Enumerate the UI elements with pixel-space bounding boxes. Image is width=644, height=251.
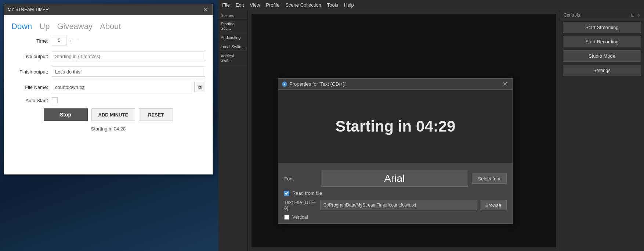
obs-menu-tools[interactable]: Tools — [327, 2, 338, 8]
file-name-input[interactable] — [52, 82, 192, 92]
finish-output-input[interactable] — [52, 67, 205, 77]
obs-window: File Edit View Profile Scene Collection … — [218, 0, 644, 251]
scene-item-2[interactable]: Local Switc... — [218, 42, 247, 51]
live-output-input[interactable] — [52, 51, 205, 61]
scene-item-0[interactable]: Starting Soc... — [218, 19, 247, 33]
stream-timer-close-button[interactable]: ✕ — [202, 7, 209, 12]
obs-menu-edit[interactable]: Edit — [236, 2, 244, 8]
obs-menu-help[interactable]: Help — [344, 2, 354, 8]
read-from-file-label: Read from file — [292, 190, 322, 196]
preview-canvas: Starting in 04:29 ● Properties for 'Text… — [252, 14, 556, 247]
stream-timer-content: Down Up Giveaway About Time: 5 + − Live … — [4, 15, 213, 174]
time-input-group: 5 + − — [52, 36, 80, 46]
obs-menu-view[interactable]: View — [250, 2, 260, 8]
scene-item-1[interactable]: Podcasting — [218, 33, 247, 42]
auto-start-row: Auto Start: — [11, 97, 205, 103]
nav-tab-about[interactable]: About — [100, 22, 121, 31]
properties-close-button[interactable]: ✕ — [501, 80, 509, 87]
font-label: Font — [284, 176, 317, 182]
stream-timer-title: MY STREAM TIMER — [8, 7, 49, 12]
file-name-group: ⧉ — [52, 82, 205, 92]
obs-menu-scene-collection[interactable]: Scene Collection — [285, 2, 321, 8]
properties-title-group: ● Properties for 'Text (GDI+)' — [282, 81, 345, 87]
add-minute-button[interactable]: ADD MINUTE — [91, 108, 135, 121]
controls-title: Controls — [564, 12, 580, 18]
nav-tab-down[interactable]: Down — [11, 22, 32, 31]
obs-menu-profile[interactable]: Profile — [266, 2, 279, 8]
time-value: 5 — [52, 36, 66, 46]
studio-mode-button[interactable]: Studio Mode — [563, 50, 641, 62]
time-row: Time: 5 + − — [11, 36, 205, 46]
browse-button[interactable]: Browse — [480, 200, 507, 210]
live-output-label: Live output: — [11, 54, 52, 59]
properties-dialog: ● Properties for 'Text (GDI+)' ✕ Startin… — [278, 78, 513, 224]
stream-timer-nav: Down Up Giveaway About — [4, 19, 213, 36]
obs-preview-area: Starting in 04:29 ● Properties for 'Text… — [248, 10, 560, 251]
start-streaming-button[interactable]: Start Streaming — [563, 22, 641, 33]
properties-titlebar: ● Properties for 'Text (GDI+)' ✕ — [278, 79, 513, 90]
properties-preview: Starting in 04:29 — [278, 90, 513, 163]
obs-menu-file[interactable]: File — [222, 2, 230, 8]
finish-output-row: Finish output: — [11, 67, 205, 77]
stop-button[interactable]: Stop — [44, 108, 88, 121]
reset-button[interactable]: RESET — [139, 108, 173, 121]
vertical-row: Vertical — [284, 214, 507, 220]
controls-header: Controls ⊡ ✕ — [560, 10, 644, 20]
stream-timer-titlebar: MY STREAM TIMER ✕ — [4, 4, 213, 15]
stream-timer-form: Time: 5 + − Live output: Finish output: … — [4, 36, 213, 103]
stream-timer-window: MY STREAM TIMER ✕ Down Up Giveaway About… — [4, 4, 213, 175]
vertical-label: Vertical — [292, 214, 308, 220]
copy-file-name-button[interactable]: ⧉ — [194, 82, 205, 92]
time-plus-button[interactable]: + — [69, 38, 73, 44]
font-row: Font Arial Select font — [284, 171, 507, 187]
properties-form: Font Arial Select font Read from file — [278, 167, 513, 223]
obs-main-area: Scenes Starting Soc... Podcasting Local … — [218, 10, 644, 251]
start-recording-button[interactable]: Start Recording — [563, 36, 641, 47]
auto-start-label: Auto Start: — [11, 98, 52, 103]
obs-logo-icon: ● — [282, 82, 287, 87]
read-from-file-row: Read from file — [284, 190, 507, 196]
file-name-row: File Name: ⧉ — [11, 82, 205, 92]
properties-title: Properties for 'Text (GDI+)' — [289, 81, 345, 87]
scene-item-3[interactable]: Vertical Swit... — [218, 51, 247, 65]
status-text: Starting in 04:28 — [4, 126, 213, 132]
controls-icon-2: ✕ — [637, 12, 640, 18]
text-file-row: Text File (UTF-8) Browse — [284, 200, 507, 211]
live-output-row: Live output: — [11, 51, 205, 61]
nav-tab-up[interactable]: Up — [39, 22, 50, 31]
font-display: Arial — [321, 171, 468, 187]
file-name-label: File Name: — [11, 85, 52, 90]
text-file-label: Text File (UTF-8) — [284, 200, 317, 211]
vertical-checkbox[interactable] — [284, 215, 289, 220]
properties-body: Starting in 04:29 Font Arial Select font — [278, 90, 513, 223]
scenes-panel: Scenes Starting Soc... Podcasting Local … — [218, 10, 248, 251]
select-font-button[interactable]: Select font — [472, 173, 507, 184]
control-buttons-row: Stop ADD MINUTE RESET — [4, 108, 213, 121]
nav-tab-giveaway[interactable]: Giveaway — [57, 22, 93, 31]
controls-panel: Controls ⊡ ✕ Start Streaming Start Recor… — [560, 10, 644, 251]
read-from-file-checkbox[interactable] — [284, 191, 289, 196]
finish-output-label: Finish output: — [11, 69, 52, 75]
controls-icon-1: ⊡ — [631, 12, 634, 18]
scenes-header: Scenes — [218, 12, 247, 19]
time-label: Time: — [11, 38, 52, 44]
controls-icons: ⊡ ✕ — [631, 12, 640, 18]
text-file-input[interactable] — [320, 200, 477, 210]
settings-button[interactable]: Settings — [563, 65, 641, 76]
obs-menubar: File Edit View Profile Scene Collection … — [218, 0, 644, 10]
time-minus-button[interactable]: − — [75, 38, 80, 44]
auto-start-checkbox[interactable] — [52, 97, 58, 103]
